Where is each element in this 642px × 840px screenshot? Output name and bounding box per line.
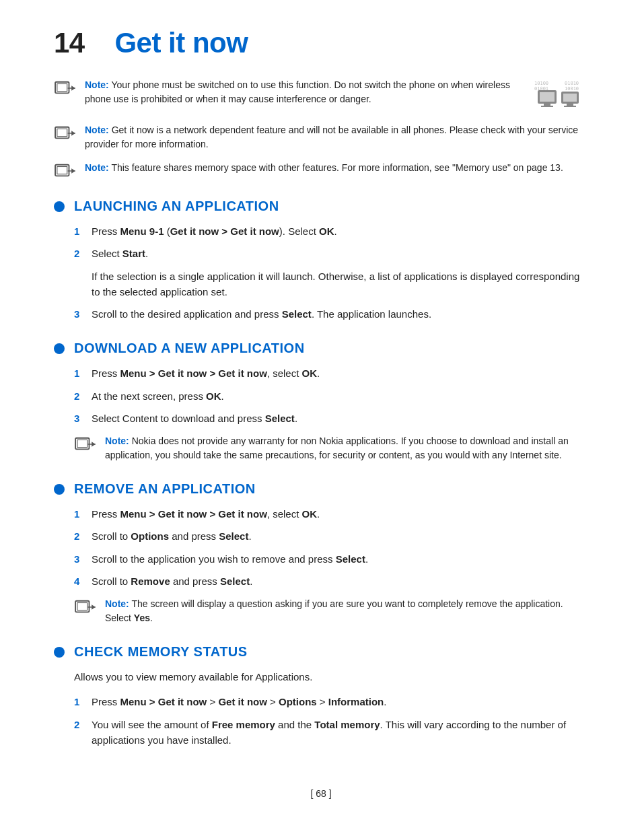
step-num: 3 [74,411,85,426]
note-label-2: Note: [85,125,109,135]
step-num: 1 [74,506,85,522]
svg-rect-29 [77,603,87,610]
step-num: 2 [74,388,85,404]
step-remove-4: 4 Scroll to Remove and press Select. [74,573,588,589]
svg-rect-14 [567,104,573,106]
svg-rect-9 [540,92,555,102]
section-remove-body: 1 Press Menu > Get it now > Get it now, … [74,506,588,625]
svg-rect-25 [77,440,87,448]
step-launching-2: 2 Select Start. [74,246,588,261]
note-label-3: Note: [85,162,109,173]
section-checkmem-heading: CHECK MEMORY STATUS [54,644,588,660]
svg-rect-13 [563,94,577,102]
note-text-download: Note: Nokia does not provide any warrant… [105,434,588,462]
step-download-2: 2 At the next screen, press OK. [74,388,588,404]
page-number: [ 68 ] [310,788,331,799]
step-text-remove-1: Press Menu > Get it now > Get it now, se… [92,506,320,522]
step-checkmem-1: 1 Press Menu > Get it now > Get it now >… [74,694,588,709]
step-download-1: 1 Press Menu > Get it now > Get it now, … [74,365,588,381]
svg-rect-15 [564,106,576,107]
para-checkmem-intro: Allows you to view memory available for … [74,669,588,685]
bullet-launching [54,201,65,212]
step-text-launching-2: Select Start. [92,246,148,261]
svg-rect-17 [57,129,67,137]
chapter-number: 14 [54,27,85,59]
step-num: 2 [74,246,85,261]
note-label-download: Note: [105,435,129,446]
step-launching-1: 1 Press Menu 9-1 (Get it now > Get it no… [74,223,588,239]
section-checkmem-body: Allows you to view memory available for … [74,669,588,748]
step-num: 4 [74,573,85,589]
step-text-launching-3: Scroll to the desired application and pr… [92,306,431,322]
svg-rect-21 [57,167,67,174]
step-remove-3: 3 Scroll to the application you wish to … [74,551,588,567]
section-remove-heading: REMOVE AN APPLICATION [54,481,588,497]
note-block-remove: Note: The screen will display a question… [74,597,588,625]
step-num: 1 [74,694,85,709]
note-icon-3 [54,162,75,180]
svg-text:10100: 10100 [534,81,548,86]
note-block-3: Note: This feature shares memory space w… [54,161,588,180]
step-download-3: 3 Select Content to download and press S… [74,411,588,426]
note-icon-download [74,435,96,453]
step-remove-1: 1 Press Menu > Get it now > Get it now, … [74,506,588,522]
note-block-2: Note: Get it now is a network dependent … [54,123,588,151]
section-title-download: DOWNLOAD A NEW APPLICATION [74,341,305,356]
svg-text:01010: 01010 [565,81,579,86]
section-download-heading: DOWNLOAD A NEW APPLICATION [54,341,588,356]
note-text-2: Note: Get it now is a network dependent … [85,123,588,151]
step-num: 1 [74,223,85,239]
section-launching-heading: LAUNCHING AN APPLICATION [54,199,588,214]
step-launching-3: 3 Scroll to the desired application and … [74,306,588,322]
note-icon-remove [74,598,96,616]
step-num: 2 [74,528,85,544]
step-num: 3 [74,551,85,567]
note-label-1: Note: [85,79,109,90]
svg-rect-1 [57,84,67,92]
step-checkmem-2: 2 You will see the amount of Free memory… [74,717,588,748]
note-icon-1 [54,79,75,97]
svg-text:10010: 10010 [565,86,579,92]
note-label-remove: Note: [105,598,129,609]
section-title-launching: LAUNCHING AN APPLICATION [74,199,279,214]
step-text-remove-2: Scroll to Options and press Select. [92,528,252,544]
para-launching: If the selection is a single application… [92,269,588,300]
note-text-remove: Note: The screen will display a question… [105,597,588,625]
bullet-remove [54,484,65,495]
svg-rect-10 [544,104,550,106]
note-block-1: Note: Your phone must be switched on to … [54,78,588,114]
note-image-computers: 10100 01001 01010 10010 [534,78,588,114]
note-block-download: Note: Nokia does not provide any warrant… [74,434,588,462]
step-num: 2 [74,717,85,748]
step-num: 1 [74,365,85,381]
section-download-body: 1 Press Menu > Get it now > Get it now, … [74,365,588,462]
bullet-download [54,343,65,354]
section-title-checkmem: CHECK MEMORY STATUS [74,644,248,660]
step-text-checkmem-1: Press Menu > Get it now > Get it now > O… [92,694,386,709]
step-text-remove-3: Scroll to the application you wish to re… [92,551,368,567]
svg-rect-11 [541,106,553,107]
page-footer: [ 68 ] [54,788,588,799]
step-text-download-1: Press Menu > Get it now > Get it now, se… [92,365,320,381]
note-icon-2 [54,125,75,142]
note-text-3: Note: This feature shares memory space w… [85,161,563,175]
chapter-title: Get it now [114,27,248,59]
step-text-checkmem-2: You will see the amount of Free memory a… [92,717,588,748]
page-title: 14 Get it now [54,27,588,59]
step-text-remove-4: Scroll to Remove and press Select. [92,573,252,589]
step-num: 3 [74,306,85,322]
step-text-download-2: At the next screen, press OK. [92,388,224,404]
note-text-1: Note: Your phone must be switched on to … [85,78,525,106]
bullet-checkmem [54,647,65,658]
step-remove-2: 2 Scroll to Options and press Select. [74,528,588,544]
section-title-remove: REMOVE AN APPLICATION [74,481,256,497]
step-text-download-3: Select Content to download and press Sel… [92,411,297,426]
step-text-launching-1: Press Menu 9-1 (Get it now > Get it now)… [92,223,337,239]
section-launching-body: 1 Press Menu 9-1 (Get it now > Get it no… [74,223,588,322]
